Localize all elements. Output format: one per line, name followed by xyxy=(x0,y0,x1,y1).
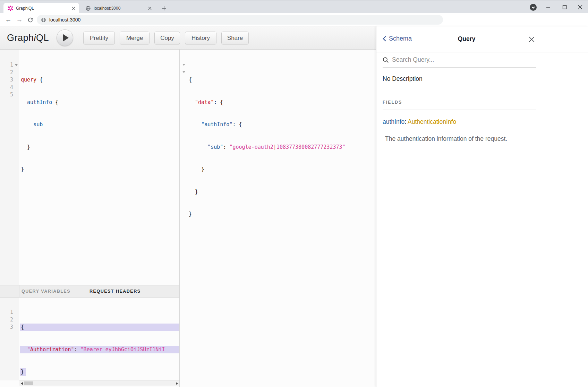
download-status-icon[interactable] xyxy=(529,3,537,11)
docs-fields-heading: FIELDS xyxy=(383,100,588,105)
site-info-globe-icon[interactable] xyxy=(41,17,46,23)
fold-arrow-icon[interactable] xyxy=(182,71,185,73)
globe-icon xyxy=(85,6,91,11)
tab-close-icon[interactable] xyxy=(71,6,76,11)
back-button[interactable]: ← xyxy=(3,13,14,26)
fold-toggle-icon[interactable] xyxy=(15,64,18,66)
field-separator: : xyxy=(404,118,408,125)
code-line: } xyxy=(21,166,179,173)
code-line: sub xyxy=(21,121,179,129)
code-line: { xyxy=(189,76,376,84)
editor-panes: 1 2 3 4 5 query { authInfo { sub xyxy=(0,50,376,387)
close-icon xyxy=(528,36,535,43)
graphiql-toolbar: GraphiQL Prettify Merge Copy History Sha… xyxy=(0,26,376,50)
docs-field-row: authInfo: AuthenticationInfo xyxy=(383,118,536,126)
docs-header: Schema Query xyxy=(376,26,588,52)
code-line: } xyxy=(189,166,376,173)
search-icon xyxy=(383,57,389,63)
code-line: } xyxy=(21,144,179,151)
code-line: authInfo { xyxy=(21,99,179,106)
scrollbar-right-arrow[interactable] xyxy=(176,382,178,385)
code-line: } xyxy=(21,368,179,376)
line-number: 1 xyxy=(0,309,13,316)
tab-query-variables[interactable]: QUERY VARIABLES xyxy=(22,289,70,294)
docs-no-description: No Description xyxy=(383,75,536,83)
query-code: query { authInfo { sub } } xyxy=(21,61,179,188)
line-number: 1 xyxy=(0,61,13,69)
headers-code: { "Authorization": "Bearer eyJhbGciOiJSU… xyxy=(21,309,179,380)
share-button[interactable]: Share xyxy=(221,32,249,44)
docs-search-input[interactable] xyxy=(392,56,510,63)
graphql-logo-icon xyxy=(8,6,13,11)
play-icon xyxy=(63,34,69,42)
history-button[interactable]: History xyxy=(185,32,216,44)
window-close-button[interactable] xyxy=(575,2,585,11)
execute-query-button[interactable] xyxy=(57,29,73,46)
merge-button[interactable]: Merge xyxy=(120,32,150,44)
secondary-editor-tabbar: QUERY VARIABLES REQUEST HEADERS xyxy=(0,285,179,298)
browser-titlebar: GraphiQL localhost:3000 xyxy=(0,0,588,13)
prettify-button[interactable]: Prettify xyxy=(83,32,115,44)
tab-request-headers[interactable]: REQUEST HEADERS xyxy=(90,289,141,294)
reload-button[interactable] xyxy=(25,13,35,26)
result-pane: { "data": { "authInfo": { "sub": "google… xyxy=(180,50,376,387)
result-json: { "data": { "authInfo": { "sub": "google… xyxy=(189,61,376,233)
query-pane: 1 2 3 4 5 query { authInfo { sub xyxy=(0,50,180,387)
browser-navbar: ← → localhost:3000 UO P xyxy=(0,13,588,26)
forward-button[interactable]: → xyxy=(14,13,25,26)
code-line: query { xyxy=(21,76,179,84)
browser-window: GraphiQL localhost:3000 xyxy=(0,0,588,387)
code-line: } xyxy=(189,188,376,196)
request-headers-editor[interactable]: 1 2 3 { "Authorization": "Bearer eyJhbGc… xyxy=(0,298,179,380)
text-selection xyxy=(20,324,179,331)
tab-title: GraphiQL xyxy=(16,6,71,11)
graphiql-app: GraphiQL Prettify Merge Copy History Sha… xyxy=(0,26,588,387)
headers-editor-gutter: 1 2 3 xyxy=(0,298,19,380)
line-number: 3 xyxy=(0,76,13,84)
fold-arrow-icon[interactable] xyxy=(182,64,185,66)
code-line: } xyxy=(189,210,376,218)
url-text: localhost:3000 xyxy=(49,17,80,23)
address-bar[interactable]: localhost:3000 xyxy=(37,15,443,25)
tab-close-icon[interactable] xyxy=(147,6,153,11)
field-name-link[interactable]: authInfo xyxy=(383,118,404,125)
horizontal-scrollbar[interactable] xyxy=(19,380,179,386)
tab-title: localhost:3000 xyxy=(94,6,147,11)
line-number: 3 xyxy=(0,324,13,331)
browser-tab-graphiql[interactable]: GraphiQL xyxy=(3,3,79,14)
query-editor[interactable]: 1 2 3 4 5 query { authInfo { sub xyxy=(0,50,179,285)
copy-button[interactable]: Copy xyxy=(154,32,180,44)
docs-search-row xyxy=(383,52,536,68)
tab-divider xyxy=(157,5,157,11)
line-number: 5 xyxy=(0,91,13,99)
docs-close-button[interactable] xyxy=(528,35,535,43)
browser-tab-localhost[interactable]: localhost:3000 xyxy=(81,3,155,14)
new-tab-button[interactable] xyxy=(160,5,168,12)
code-line: "data": { xyxy=(189,99,376,106)
docs-explorer-panel: Schema Query No Description FIELDS xyxy=(376,26,588,387)
code-line: "sub": "google-oauth2|108377380082777232… xyxy=(189,144,376,151)
graphiql-logo: GraphiQL xyxy=(7,26,49,50)
field-type-link[interactable]: AuthenticationInfo xyxy=(408,118,456,125)
line-number: 2 xyxy=(0,316,13,324)
window-maximize-button[interactable] xyxy=(560,2,569,11)
scrollbar-thumb[interactable] xyxy=(24,381,33,385)
code-line: "authInfo": { xyxy=(189,121,376,129)
code-line: { xyxy=(21,324,179,331)
fields-divider xyxy=(383,110,536,110)
window-minimize-button[interactable] xyxy=(543,2,553,11)
code-line: "Authorization": "Bearer eyJhbGciOiJSUzI… xyxy=(21,346,179,354)
scrollbar-left-arrow[interactable] xyxy=(21,382,23,385)
line-number: 4 xyxy=(0,84,13,92)
field-description: The authentication information of the re… xyxy=(385,135,536,143)
query-editor-gutter: 1 2 3 4 5 xyxy=(0,50,19,285)
graphiql-main: GraphiQL Prettify Merge Copy History Sha… xyxy=(0,26,376,387)
line-number: 2 xyxy=(0,69,13,77)
